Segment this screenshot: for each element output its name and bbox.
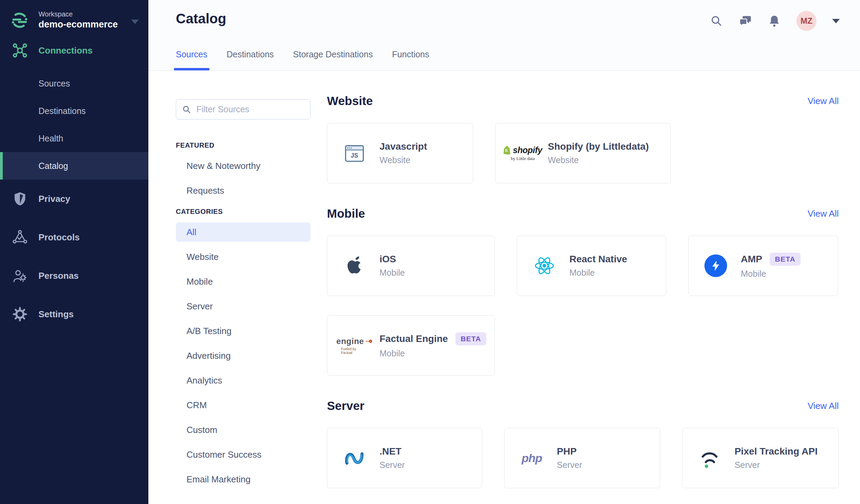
search-icon — [182, 105, 191, 114]
shield-icon — [12, 191, 28, 207]
js-glyph: JS — [351, 152, 358, 159]
javascript-icon: JS — [341, 142, 368, 164]
category-item-ab-testing[interactable]: A/B Testing — [176, 321, 310, 341]
card-title: Factual Engine — [380, 333, 448, 344]
personas-icon — [12, 268, 28, 284]
sub-item-label: Health — [38, 134, 63, 144]
source-card-amp[interactable]: AMPBETA Mobile — [688, 236, 838, 296]
sidebar-bottom-nav: Privacy Protocols — [0, 185, 148, 328]
filter-sidebar: FEATURED New & Noteworthy Requests CATEG… — [176, 99, 310, 494]
tab-storage-destinations[interactable]: Storage Destinations — [293, 49, 373, 70]
page-title: Catalog — [176, 11, 226, 26]
sidebar-item-label: Connections — [38, 45, 92, 56]
filter-sources-input[interactable] — [196, 104, 304, 115]
engine-wordmark: engine — [336, 336, 364, 346]
sub-item-label: Catalog — [38, 161, 68, 171]
card-title: AMP — [741, 254, 762, 265]
section-mobile: Mobile View All iOS — [327, 205, 839, 376]
card-category: Mobile — [741, 269, 801, 279]
category-item-mobile[interactable]: Mobile — [176, 272, 310, 291]
view-all-link[interactable]: View All — [807, 401, 839, 411]
card-title: React Native — [569, 254, 627, 265]
tab-sources[interactable]: Sources — [176, 49, 207, 70]
section-title: Mobile — [327, 207, 365, 220]
avatar[interactable]: MZ — [796, 11, 816, 31]
sub-item-label: Destinations — [38, 106, 86, 116]
sidebar-item-health[interactable]: Health — [0, 125, 148, 152]
featured-item-new-noteworthy[interactable]: New & Noteworthy — [176, 156, 310, 175]
sidebar-item-privacy[interactable]: Privacy — [0, 185, 148, 213]
sidebar-item-connections[interactable]: Connections — [0, 37, 148, 64]
tab-functions[interactable]: Functions — [392, 49, 429, 70]
workspace-label: Workspace — [38, 10, 128, 18]
chevron-down-icon[interactable] — [131, 20, 139, 24]
category-item-customer-success[interactable]: Customer Success — [176, 445, 310, 464]
sidebar-item-settings[interactable]: Settings — [0, 300, 148, 328]
beta-badge: BETA — [455, 332, 486, 345]
source-card-react-native[interactable]: React Native Mobile — [517, 236, 666, 296]
sub-item-label: Sources — [38, 79, 70, 89]
workspace-switcher[interactable]: Workspace demo-ecommerce — [0, 0, 148, 30]
sidebar-item-sources[interactable]: Sources — [0, 70, 148, 97]
sidebar-item-catalog[interactable]: Catalog — [0, 152, 148, 180]
chat-icon[interactable] — [739, 14, 752, 27]
connections-sub-nav: Sources Destinations Health Catalog — [0, 70, 148, 180]
catalog-sections: Website View All JS — [327, 93, 839, 488]
search-icon[interactable] — [710, 14, 723, 27]
section-website: Website View All JS — [327, 93, 839, 183]
filter-search-box[interactable] — [176, 99, 310, 119]
account-chevron-down-icon[interactable] — [832, 19, 840, 23]
dotnet-icon — [341, 447, 368, 469]
card-category: Website — [380, 155, 427, 165]
sidebar-item-personas[interactable]: Personas — [0, 262, 148, 289]
view-all-link[interactable]: View All — [807, 208, 839, 219]
beta-badge: BETA — [770, 253, 801, 266]
card-category: Mobile — [380, 268, 405, 278]
card-category: Server — [380, 460, 405, 470]
source-card-shopify[interactable]: S shopify by Little data Shopify (by Lit… — [495, 123, 671, 183]
nav-item-label: Protocols — [38, 232, 80, 243]
php-icon: php — [518, 451, 545, 465]
featured-item-requests[interactable]: Requests — [176, 181, 310, 200]
view-all-link[interactable]: View All — [807, 96, 839, 106]
category-item-advertising[interactable]: Advertising — [176, 346, 310, 365]
tab-destinations[interactable]: Destinations — [227, 49, 274, 70]
workspace-name: demo-ecommerce — [38, 19, 128, 30]
nav-item-label: Privacy — [38, 194, 70, 204]
php-wordmark: php — [522, 451, 542, 465]
source-card-pixel-tracking-api[interactable]: Pixel Tracking API Server — [682, 428, 839, 488]
section-title: Server — [327, 399, 364, 413]
card-title: Pixel Tracking API — [735, 446, 818, 457]
card-title: iOS — [380, 254, 405, 265]
connections-icon — [12, 43, 28, 58]
category-item-analytics[interactable]: Analytics — [176, 371, 310, 390]
sidebar-nav: Connections Sources Destinations Health … — [0, 37, 148, 328]
settings-gear-icon — [12, 306, 28, 322]
workspace-text: Workspace demo-ecommerce — [38, 10, 128, 30]
category-item-crm[interactable]: CRM — [176, 396, 310, 415]
page-header: Catalog — [148, 0, 860, 71]
shopify-icon: S shopify by Little data — [509, 145, 536, 161]
card-category: Server — [557, 460, 582, 470]
source-card-javascript[interactable]: JS Javascript Website — [327, 123, 473, 183]
apple-icon — [341, 255, 368, 277]
category-item-email-marketing[interactable]: Email Marketing — [176, 470, 310, 489]
source-card-factual-engine[interactable]: engine Fueled by Factual Factual EngineB… — [327, 315, 495, 376]
react-icon — [531, 255, 558, 277]
nav-item-label: Settings — [38, 309, 74, 320]
section-title: Website — [327, 94, 373, 108]
section-server: Server View All .NET — [327, 398, 839, 488]
source-card-ios[interactable]: iOS Mobile — [327, 236, 495, 296]
bell-icon[interactable] — [768, 14, 781, 27]
category-item-custom[interactable]: Custom — [176, 420, 310, 439]
source-card-php[interactable]: php PHP Server — [504, 428, 660, 488]
sidebar-item-protocols[interactable]: Protocols — [0, 224, 148, 251]
sidebar-item-destinations[interactable]: Destinations — [0, 97, 148, 125]
category-item-website[interactable]: Website — [176, 247, 310, 266]
source-card-dotnet[interactable]: .NET Server — [327, 428, 482, 488]
main-area: Catalog — [148, 0, 860, 504]
catalog-tabs: Sources Destinations Storage Destination… — [176, 49, 429, 70]
category-item-server[interactable]: Server — [176, 297, 310, 316]
category-item-all[interactable]: All — [176, 222, 310, 242]
card-title: Shopify (by Littledata) — [548, 141, 649, 152]
